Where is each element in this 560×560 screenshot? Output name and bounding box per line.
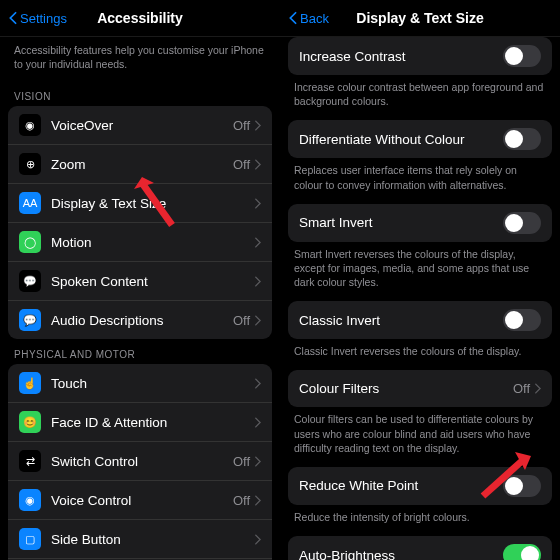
- row-description: Replaces user interface items that rely …: [280, 158, 560, 203]
- physical-group: ☝Touch😊Face ID & Attention⇄Switch Contro…: [8, 364, 272, 560]
- chevron-right-icon: [254, 276, 261, 287]
- chevron-left-icon: [8, 11, 18, 25]
- chevron-right-icon: [254, 378, 261, 389]
- row-label: Touch: [51, 376, 254, 391]
- row-label: Spoken Content: [51, 274, 254, 289]
- row-label: Motion: [51, 235, 254, 250]
- settings-row[interactable]: Differentiate Without Colour: [288, 120, 552, 158]
- settings-row[interactable]: 💬Audio DescriptionsOff: [8, 301, 272, 339]
- chevron-right-icon: [254, 198, 261, 209]
- chevron-right-icon: [254, 159, 261, 170]
- chevron-left-icon: [288, 11, 298, 25]
- setting-group: Colour FiltersOff: [288, 370, 552, 407]
- row-label: Classic Invert: [299, 313, 503, 328]
- setting-group: Increase Contrast: [288, 37, 552, 75]
- header: Settings Accessibility: [0, 0, 280, 37]
- group-header-physical: PHYSICAL AND MOTOR: [0, 339, 280, 364]
- chevron-right-icon: [254, 120, 261, 131]
- row-icon: ◉: [19, 114, 41, 136]
- row-value: Off: [233, 493, 250, 508]
- toggle[interactable]: [503, 45, 541, 67]
- chevron-right-icon: [534, 383, 541, 394]
- row-icon: 💬: [19, 270, 41, 292]
- row-label: Voice Control: [51, 493, 233, 508]
- toggle[interactable]: [503, 309, 541, 331]
- settings-row[interactable]: ⇄Switch ControlOff: [8, 442, 272, 481]
- toggle[interactable]: [503, 544, 541, 560]
- settings-row[interactable]: AADisplay & Text Size: [8, 184, 272, 223]
- row-description: Classic Invert reverses the colours of t…: [280, 339, 560, 370]
- chevron-right-icon: [254, 534, 261, 545]
- row-label: Side Button: [51, 532, 254, 547]
- row-label: VoiceOver: [51, 118, 233, 133]
- row-icon: ◯: [19, 231, 41, 253]
- accessibility-pane: Settings Accessibility Accessibility fea…: [0, 0, 280, 560]
- row-label: Switch Control: [51, 454, 233, 469]
- setting-group: Reduce White Point: [288, 467, 552, 505]
- toggle[interactable]: [503, 475, 541, 497]
- chevron-right-icon: [254, 237, 261, 248]
- row-description: Colour filters can be used to differenti…: [280, 407, 560, 467]
- chevron-right-icon: [254, 315, 261, 326]
- settings-row[interactable]: Smart Invert: [288, 204, 552, 242]
- row-label: Reduce White Point: [299, 478, 503, 493]
- display-text-pane: Back Display & Text Size Increase Contra…: [280, 0, 560, 560]
- chevron-right-icon: [254, 495, 261, 506]
- settings-row[interactable]: ⊕ZoomOff: [8, 145, 272, 184]
- group-header-vision: VISION: [0, 81, 280, 106]
- setting-group: Differentiate Without Colour: [288, 120, 552, 158]
- toggle[interactable]: [503, 212, 541, 234]
- setting-group: Auto-Brightness: [288, 536, 552, 560]
- row-label: Zoom: [51, 157, 233, 172]
- row-value: Off: [513, 381, 530, 396]
- back-button[interactable]: Back: [288, 11, 329, 26]
- settings-row[interactable]: Classic Invert: [288, 301, 552, 339]
- row-value: Off: [233, 118, 250, 133]
- settings-row[interactable]: ◉VoiceOverOff: [8, 106, 272, 145]
- row-label: Colour Filters: [299, 381, 513, 396]
- back-label: Settings: [20, 11, 67, 26]
- vision-group: ◉VoiceOverOff⊕ZoomOffAADisplay & Text Si…: [8, 106, 272, 339]
- settings-row[interactable]: ▢Side Button: [8, 520, 272, 559]
- row-description: Smart Invert reverses the colours of the…: [280, 242, 560, 302]
- settings-row[interactable]: Colour FiltersOff: [288, 370, 552, 407]
- row-icon: ⊕: [19, 153, 41, 175]
- header: Back Display & Text Size: [280, 0, 560, 37]
- row-description: Increase colour contrast between app for…: [280, 75, 560, 120]
- row-icon: 😊: [19, 411, 41, 433]
- settings-row[interactable]: ◯Motion: [8, 223, 272, 262]
- settings-row[interactable]: 😊Face ID & Attention: [8, 403, 272, 442]
- row-label: Increase Contrast: [299, 49, 503, 64]
- row-value: Off: [233, 313, 250, 328]
- settings-row[interactable]: 💬Spoken Content: [8, 262, 272, 301]
- back-label: Back: [300, 11, 329, 26]
- row-icon: ☝: [19, 372, 41, 394]
- row-label: Differentiate Without Colour: [299, 132, 503, 147]
- settings-row[interactable]: Reduce White Point: [288, 467, 552, 505]
- settings-row[interactable]: Increase Contrast: [288, 37, 552, 75]
- row-value: Off: [233, 157, 250, 172]
- row-icon: ◉: [19, 489, 41, 511]
- row-value: Off: [233, 454, 250, 469]
- settings-row[interactable]: Auto-Brightness: [288, 536, 552, 560]
- row-description: Reduce the intensity of bright colours.: [280, 505, 560, 536]
- row-icon: ⇄: [19, 450, 41, 472]
- row-icon: AA: [19, 192, 41, 214]
- row-label: Smart Invert: [299, 215, 503, 230]
- chevron-right-icon: [254, 417, 261, 428]
- settings-row[interactable]: ☝Touch: [8, 364, 272, 403]
- page-title: Display & Text Size: [356, 10, 483, 26]
- row-label: Auto-Brightness: [299, 548, 503, 560]
- row-icon: ▢: [19, 528, 41, 550]
- row-label: Audio Descriptions: [51, 313, 233, 328]
- row-icon: 💬: [19, 309, 41, 331]
- setting-group: Smart Invert: [288, 204, 552, 242]
- row-label: Face ID & Attention: [51, 415, 254, 430]
- page-title: Accessibility: [97, 10, 183, 26]
- intro-text: Accessibility features help you customis…: [0, 37, 280, 81]
- toggle[interactable]: [503, 128, 541, 150]
- row-label: Display & Text Size: [51, 196, 254, 211]
- back-button[interactable]: Settings: [8, 11, 67, 26]
- settings-row[interactable]: ◉Voice ControlOff: [8, 481, 272, 520]
- chevron-right-icon: [254, 456, 261, 467]
